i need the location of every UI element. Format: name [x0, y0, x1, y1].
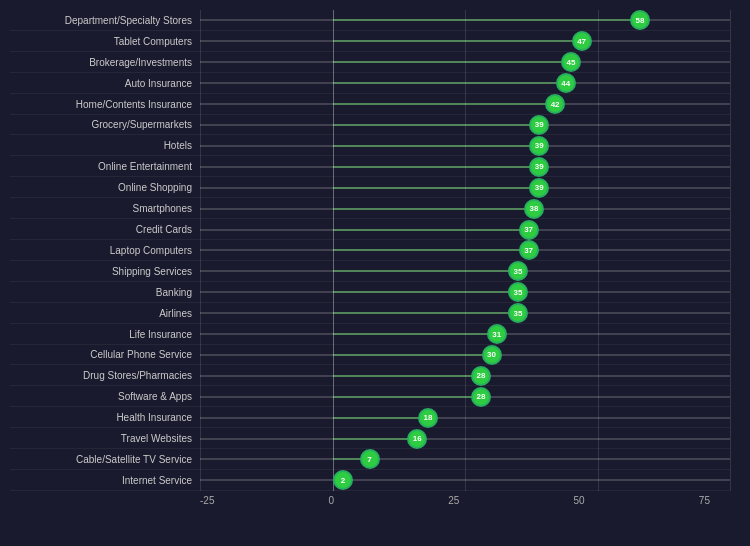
value-dot: 35 — [508, 282, 528, 302]
row-label: Online Entertainment — [10, 161, 200, 172]
chart-row: Credit Cards37 — [10, 219, 730, 240]
bar-area: 28 — [200, 386, 730, 407]
bar-area: 18 — [200, 407, 730, 428]
row-label: Department/Specialty Stores — [10, 15, 200, 26]
bar-area: 31 — [200, 324, 730, 345]
row-label: Health Insurance — [10, 412, 200, 423]
row-label: Brokerage/Investments — [10, 57, 200, 68]
chart-row: Cable/Satellite TV Service7 — [10, 449, 730, 470]
row-label: Online Shopping — [10, 182, 200, 193]
x-axis-label: 75 — [699, 495, 710, 506]
row-label: Banking — [10, 287, 200, 298]
row-label: Life Insurance — [10, 329, 200, 340]
row-label: Smartphones — [10, 203, 200, 214]
bar-area: 2 — [200, 470, 730, 491]
chart-row: Brokerage/Investments45 — [10, 52, 730, 73]
bar-area: 37 — [200, 219, 730, 240]
row-label: Drug Stores/Pharmacies — [10, 370, 200, 381]
bar-area: 35 — [200, 303, 730, 324]
chart-row: Life Insurance31 — [10, 324, 730, 345]
chart-row: Drug Stores/Pharmacies28 — [10, 365, 730, 386]
row-label: Home/Contents Insurance — [10, 99, 200, 110]
value-dot: 38 — [524, 199, 544, 219]
value-dot: 28 — [471, 387, 491, 407]
chart-row: Department/Specialty Stores58 — [10, 10, 730, 31]
row-label: Airlines — [10, 308, 200, 319]
bar-area: 37 — [200, 240, 730, 261]
row-label: Tablet Computers — [10, 36, 200, 47]
bar-area: 7 — [200, 449, 730, 470]
chart-row: Laptop Computers37 — [10, 240, 730, 261]
value-dot: 42 — [545, 94, 565, 114]
chart-row: Internet Service2 — [10, 470, 730, 491]
chart-row: Shipping Services35 — [10, 261, 730, 282]
value-dot: 37 — [519, 220, 539, 240]
value-dot: 7 — [360, 449, 380, 469]
value-dot: 39 — [529, 115, 549, 135]
chart-row: Health Insurance18 — [10, 407, 730, 428]
bar-area: 38 — [200, 198, 730, 219]
bar-area: 39 — [200, 135, 730, 156]
chart-row: Hotels39 — [10, 135, 730, 156]
chart-row: Online Shopping39 — [10, 177, 730, 198]
row-label: Hotels — [10, 140, 200, 151]
value-dot: 2 — [333, 470, 353, 490]
value-dot: 30 — [482, 345, 502, 365]
row-label: Cable/Satellite TV Service — [10, 454, 200, 465]
chart-row: Grocery/Supermarkets39 — [10, 115, 730, 136]
value-dot: 39 — [529, 178, 549, 198]
value-dot: 18 — [418, 408, 438, 428]
row-label: Grocery/Supermarkets — [10, 119, 200, 130]
bar-area: 42 — [200, 94, 730, 115]
value-dot: 47 — [572, 31, 592, 51]
row-label: Internet Service — [10, 475, 200, 486]
row-label: Credit Cards — [10, 224, 200, 235]
bar-area: 28 — [200, 365, 730, 386]
chart-row: Home/Contents Insurance42 — [10, 94, 730, 115]
bar-area: 35 — [200, 282, 730, 303]
value-dot: 45 — [561, 52, 581, 72]
x-axis-label: 50 — [574, 495, 585, 506]
x-axis: -250255075 — [10, 491, 730, 506]
chart-container: Department/Specialty Stores58Tablet Comp… — [0, 0, 750, 546]
bar-area: 35 — [200, 261, 730, 282]
bar-area: 39 — [200, 177, 730, 198]
bar-area: 39 — [200, 156, 730, 177]
row-label: Shipping Services — [10, 266, 200, 277]
bar-area: 47 — [200, 31, 730, 52]
chart-row: Auto Insurance44 — [10, 73, 730, 94]
value-dot: 58 — [630, 10, 650, 30]
bar-area: 30 — [200, 345, 730, 366]
chart-row: Travel Websites16 — [10, 428, 730, 449]
row-label: Software & Apps — [10, 391, 200, 402]
value-dot: 31 — [487, 324, 507, 344]
chart-row: Airlines35 — [10, 303, 730, 324]
bar-area: 45 — [200, 52, 730, 73]
value-dot: 35 — [508, 261, 528, 281]
value-dot: 28 — [471, 366, 491, 386]
value-dot: 35 — [508, 303, 528, 323]
x-axis-label: -25 — [200, 495, 214, 506]
value-dot: 44 — [556, 73, 576, 93]
chart-row: Software & Apps28 — [10, 386, 730, 407]
chart-row: Tablet Computers47 — [10, 31, 730, 52]
bar-area: 58 — [200, 10, 730, 31]
chart-row: Banking35 — [10, 282, 730, 303]
chart-row: Online Entertainment39 — [10, 156, 730, 177]
value-dot: 16 — [407, 429, 427, 449]
chart-inner: Department/Specialty Stores58Tablet Comp… — [10, 10, 730, 506]
value-dot: 37 — [519, 240, 539, 260]
bar-area: 16 — [200, 428, 730, 449]
row-label: Travel Websites — [10, 433, 200, 444]
row-label: Laptop Computers — [10, 245, 200, 256]
x-axis-label: 0 — [329, 495, 335, 506]
value-dot: 39 — [529, 157, 549, 177]
chart-row: Smartphones38 — [10, 198, 730, 219]
value-dot: 39 — [529, 136, 549, 156]
row-label: Cellular Phone Service — [10, 349, 200, 360]
x-axis-label: 25 — [448, 495, 459, 506]
bar-area: 44 — [200, 73, 730, 94]
bar-area: 39 — [200, 115, 730, 136]
chart-row: Cellular Phone Service30 — [10, 345, 730, 366]
row-label: Auto Insurance — [10, 78, 200, 89]
